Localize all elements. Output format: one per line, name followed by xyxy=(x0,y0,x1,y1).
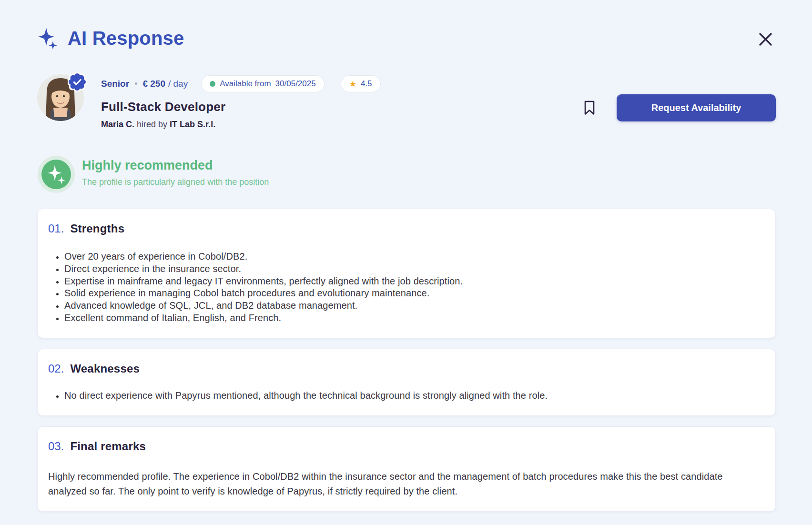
separator-dot: • xyxy=(134,79,137,89)
section-title: Final remarks xyxy=(70,440,146,453)
close-button[interactable] xyxy=(756,30,775,49)
availability-status-dot xyxy=(210,81,215,87)
candidate-info: Senior • € 250 / day Available from 30/0… xyxy=(101,74,381,130)
rating-badge: ★ 4.5 xyxy=(341,75,381,92)
avatar xyxy=(37,74,84,121)
candidate-role: Full-Stack Developer xyxy=(101,100,381,114)
bullet-item: Expertise in mainframe and legacy IT env… xyxy=(64,275,764,288)
star-icon: ★ xyxy=(349,80,356,88)
section-number: 02. xyxy=(48,362,64,375)
page-title: AI Response xyxy=(68,28,184,49)
bullet-item: Excellent command of Italian, English, a… xyxy=(64,312,764,324)
bullet-item: Over 20 years of experience in Cobol/DB2… xyxy=(64,251,764,263)
company-name: IT Lab S.r.l. xyxy=(170,120,215,129)
availability-label: Available from xyxy=(220,79,271,89)
candidate-actions: Request Availability xyxy=(582,94,776,121)
strengths-card: 01. Strengths Over 20 years of experienc… xyxy=(37,209,776,338)
availability-date: 30/05/2025 xyxy=(275,79,316,89)
candidate-name: Maria C. xyxy=(101,120,134,129)
daily-rate-unit: / day xyxy=(168,79,188,89)
recommendation-text: Highly recommended The profile is partic… xyxy=(82,155,269,187)
bullet-item: Solid experience in managing Cobol batch… xyxy=(64,287,764,300)
bullet-item: Advanced knowledge of SQL, JCL, and DB2 … xyxy=(64,300,764,312)
recommendation-banner: Highly recommended The profile is partic… xyxy=(37,155,776,195)
final-remarks-paragraph: Highly recommended profile. The experien… xyxy=(48,469,763,499)
candidate-meta-row: Senior • € 250 / day Available from 30/0… xyxy=(101,75,381,92)
strengths-header: 01. Strengths xyxy=(48,222,764,235)
section-number: 03. xyxy=(48,440,64,453)
rating-value: 4.5 xyxy=(361,79,372,89)
candidate-byline: Maria C. hired by IT Lab S.r.l. xyxy=(101,120,381,130)
weaknesses-card: 02. Weaknesses No direct experience with… xyxy=(37,349,776,416)
final-remarks-header: 03. Final remarks xyxy=(48,440,764,453)
verified-badge-icon xyxy=(68,72,87,93)
final-remarks-card: 03. Final remarks Highly recommended pro… xyxy=(37,426,776,512)
hired-by-label: hired by xyxy=(137,120,167,129)
weaknesses-list: No direct experience with Papyrus mentio… xyxy=(64,390,764,402)
panel-header: AI Response xyxy=(37,27,776,50)
candidate-card: Senior • € 250 / day Available from 30/0… xyxy=(37,74,776,130)
strengths-list: Over 20 years of experience in Cobol/DB2… xyxy=(64,251,764,324)
seniority-label: Senior xyxy=(101,79,129,89)
weaknesses-header: 02. Weaknesses xyxy=(48,362,764,375)
close-icon xyxy=(758,32,773,47)
bookmark-button[interactable] xyxy=(582,99,597,117)
recommendation-title: Highly recommended xyxy=(82,158,269,173)
section-number: 01. xyxy=(48,222,64,235)
daily-rate-value: € 250 xyxy=(142,79,165,89)
bookmark-icon xyxy=(583,100,596,116)
section-title: Strengths xyxy=(70,222,124,235)
bullet-item: No direct experience with Papyrus mentio… xyxy=(64,390,764,402)
sparkle-icon xyxy=(37,27,59,50)
bullet-item: Direct experience in the insurance secto… xyxy=(64,263,764,275)
ai-response-panel: AI Response xyxy=(0,0,812,525)
recommendation-sparkles-icon xyxy=(37,155,75,195)
recommendation-subtitle: The profile is particularly aligned with… xyxy=(82,177,269,187)
availability-badge: Available from 30/05/2025 xyxy=(201,75,325,92)
request-availability-button[interactable]: Request Availability xyxy=(617,94,776,121)
section-title: Weaknesses xyxy=(70,362,140,375)
